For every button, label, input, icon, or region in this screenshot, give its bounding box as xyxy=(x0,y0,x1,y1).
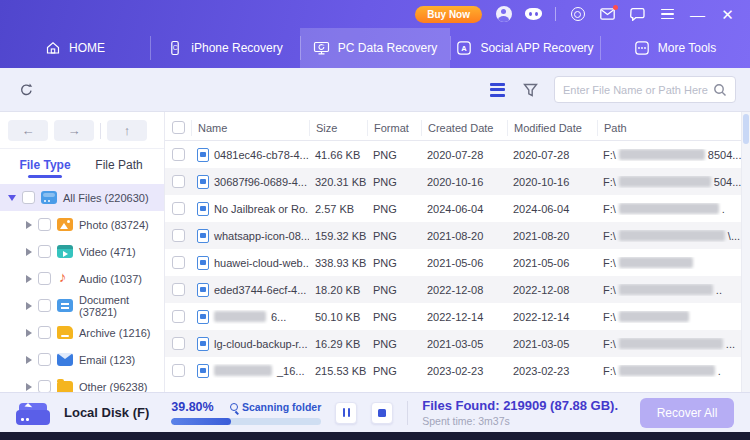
file-format: PNG xyxy=(367,257,421,269)
checkbox[interactable] xyxy=(38,326,51,339)
row-checkbox[interactable] xyxy=(172,310,185,323)
created-date: 2023-02-23 xyxy=(421,365,507,377)
file-name-cell: _16... xyxy=(191,364,309,378)
checkbox[interactable] xyxy=(38,245,51,258)
stop-button[interactable] xyxy=(371,402,393,424)
checkbox[interactable] xyxy=(38,218,51,231)
redacted-path xyxy=(619,311,689,322)
table-row[interactable]: whatsapp-icon-08...159.32 KBPNG2021-08-2… xyxy=(165,222,750,249)
tab-home[interactable]: HOME xyxy=(0,28,150,68)
table-row[interactable]: _16...215.53 KBPNG2023-02-232023-02-23F:… xyxy=(165,357,750,384)
sidebar-tree-item[interactable]: All Files (220630) xyxy=(0,184,164,211)
row-checkbox[interactable] xyxy=(172,175,185,188)
checkbox[interactable] xyxy=(38,353,51,366)
support-icon[interactable] xyxy=(569,6,586,23)
caret-icon[interactable] xyxy=(26,302,32,310)
search-input[interactable] xyxy=(563,84,713,96)
tab-pc-data-recovery[interactable]: PC Data Recovery xyxy=(300,28,450,68)
col-name[interactable]: Name xyxy=(191,120,309,136)
col-modified-date[interactable]: Modified Date xyxy=(507,120,597,136)
grid-view-icon[interactable] xyxy=(455,81,473,99)
tab-more-tools[interactable]: More Tools xyxy=(600,28,750,68)
close-icon[interactable]: ✕ xyxy=(719,6,736,23)
select-all-checkbox[interactable] xyxy=(172,121,185,134)
row-checkbox[interactable] xyxy=(172,364,185,377)
pause-button[interactable] xyxy=(335,402,357,424)
row-checkbox[interactable] xyxy=(172,229,185,242)
recover-all-button[interactable]: Recover All xyxy=(640,398,734,428)
table-row[interactable]: huawei-cloud-web...338.93 KBPNG2021-05-0… xyxy=(165,249,750,276)
sidebar-tree-item[interactable]: Archive (1216) xyxy=(0,319,164,346)
account-avatar-icon[interactable] xyxy=(495,6,512,23)
sidebar-tree-item[interactable]: Email (123) xyxy=(0,346,164,373)
file-name: lg-cloud-backup-r... xyxy=(214,338,308,350)
discord-icon[interactable] xyxy=(525,6,542,23)
col-size[interactable]: Size xyxy=(309,120,367,136)
nav-back-button[interactable]: ← xyxy=(8,120,48,141)
row-checkbox[interactable] xyxy=(172,337,185,350)
path-prefix: F:\ xyxy=(603,176,616,188)
back-undo-icon[interactable] xyxy=(14,78,38,102)
caret-icon[interactable] xyxy=(26,356,32,364)
row-checkbox[interactable] xyxy=(172,256,185,269)
iphone-icon: C xyxy=(167,40,183,56)
search-icon[interactable] xyxy=(713,83,727,97)
checkbox[interactable] xyxy=(22,191,35,204)
file-size: 16.29 KB xyxy=(309,338,367,350)
minimize-icon[interactable]: — xyxy=(689,6,706,23)
sidebar-tree-item[interactable]: Video (471) xyxy=(0,238,164,265)
file-path-cell: F:\... xyxy=(597,338,750,350)
file-size: 338.93 KB xyxy=(309,257,367,269)
table-row[interactable]: 6...50.10 KBPNG2022-12-142022-12-14F:\ xyxy=(165,303,750,330)
drive-icon xyxy=(41,191,57,204)
titlebar-divider xyxy=(555,7,556,21)
select-all-checkbox-cell xyxy=(165,120,191,136)
caret-icon[interactable] xyxy=(26,329,32,337)
sidebar-tree-item[interactable]: Audio (1037) xyxy=(0,265,164,292)
file-name: 30687f96-0689-4... xyxy=(214,176,307,188)
mail-icon[interactable] xyxy=(599,6,616,23)
row-checkbox[interactable] xyxy=(172,283,185,296)
row-checkbox[interactable] xyxy=(172,148,185,161)
caret-icon[interactable] xyxy=(26,383,32,391)
menu-icon[interactable] xyxy=(659,6,676,23)
table-row[interactable]: lg-cloud-backup-r...16.29 KBPNG2021-03-0… xyxy=(165,330,750,357)
tab-file-path[interactable]: File Path xyxy=(84,158,154,180)
filter-icon[interactable] xyxy=(521,81,539,99)
chat-icon[interactable] xyxy=(629,6,646,23)
row-checkbox-cell xyxy=(165,202,191,215)
created-date: 2022-12-14 xyxy=(421,311,507,323)
buy-now-button[interactable]: Buy Now xyxy=(415,6,482,23)
caret-icon[interactable] xyxy=(26,221,32,229)
list-view-icon[interactable] xyxy=(488,81,506,99)
table-row[interactable]: 30687f96-0689-4...320.31 KBPNG2020-10-16… xyxy=(165,168,750,195)
table-row[interactable]: 0481ec46-cb78-4...41.66 KBPNG2020-07-282… xyxy=(165,141,750,168)
nav-up-button[interactable]: ↑ xyxy=(107,120,147,141)
sidebar-nav: ← → ↑ xyxy=(0,112,164,149)
checkbox[interactable] xyxy=(38,272,51,285)
nav-forward-button[interactable]: → xyxy=(54,120,94,141)
scrollbar-track[interactable] xyxy=(741,112,750,392)
table-row[interactable]: No Jailbreak or Ro...2.57 KBPNG2024-06-0… xyxy=(165,195,750,222)
tab-iphone-recovery[interactable]: C iPhone Recovery xyxy=(150,28,300,68)
tab-file-type[interactable]: File Type xyxy=(10,158,80,180)
col-created-date[interactable]: Created Date xyxy=(421,120,507,136)
scrollbar-thumb[interactable] xyxy=(743,114,749,144)
table-row[interactable]: eded3744-6ecf-4...18.20 KBPNG2022-12-082… xyxy=(165,276,750,303)
sidebar-tree-item[interactable]: Other (96238) xyxy=(0,373,164,392)
sidebar-tree-item[interactable]: Document (37821) xyxy=(0,292,164,319)
caret-icon[interactable] xyxy=(26,248,32,256)
col-path[interactable]: Path xyxy=(597,120,750,136)
row-checkbox[interactable] xyxy=(172,202,185,215)
caret-icon[interactable] xyxy=(8,195,16,201)
path-suffix: .. xyxy=(716,284,722,296)
tab-social-app-recovery[interactable]: A Social APP Recovery xyxy=(450,28,600,68)
file-size: 320.31 KB xyxy=(309,176,367,188)
sidebar-tree-item[interactable]: Photo (83724) xyxy=(0,211,164,238)
col-format[interactable]: Format xyxy=(367,120,421,136)
checkbox[interactable] xyxy=(38,299,51,312)
tree-item-label: Archive (1216) xyxy=(79,327,151,339)
file-name: 0481ec46-cb78-4... xyxy=(214,149,309,161)
caret-icon[interactable] xyxy=(26,275,32,283)
checkbox[interactable] xyxy=(38,380,51,392)
